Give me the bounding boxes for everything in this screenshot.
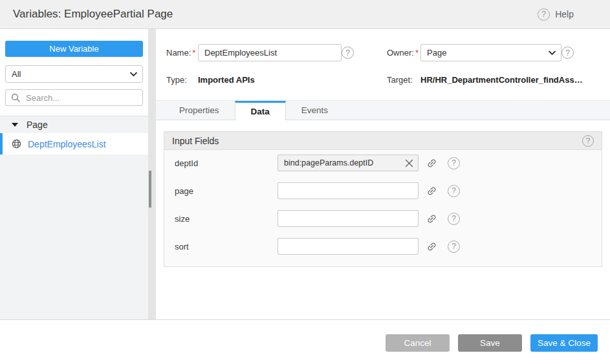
required-marker: * <box>192 48 195 58</box>
bind-link-icon[interactable] <box>426 158 437 169</box>
field-row-page: page ? <box>164 182 602 199</box>
field-help-icon[interactable]: ? <box>448 241 460 253</box>
tab-data[interactable]: Data <box>235 101 286 120</box>
new-variable-button[interactable]: New Variable <box>5 41 143 57</box>
name-label: Name:* <box>166 48 198 58</box>
dialog-footer: Cancel Save Save & Close <box>0 319 610 364</box>
target-value: HR/HR_DepartmentController_findAss… <box>420 75 583 85</box>
bind-link-icon[interactable] <box>426 241 437 252</box>
tab-events[interactable]: Events <box>286 101 343 120</box>
form-row-type-target: Type: Imported APIs Target: HR/HR_Depart… <box>166 75 610 85</box>
field-label: sort <box>175 242 278 252</box>
help-button[interactable]: ? Help <box>538 8 574 21</box>
tab-properties[interactable]: Properties <box>164 101 235 120</box>
editor-tabs: Properties Data Events <box>156 100 610 120</box>
form-row-name-owner: Name:* ? Owner:* Page ? <box>166 44 610 61</box>
deptid-input[interactable] <box>278 158 400 167</box>
search-input[interactable] <box>25 92 137 103</box>
type-value: Imported APIs <box>198 75 255 85</box>
target-label: Target: <box>387 75 420 85</box>
search-icon <box>11 93 20 102</box>
variable-editor: Name:* ? Owner:* Page ? <box>156 29 610 319</box>
tree-item-deptemployeeslist[interactable]: DeptEmployeesList <box>0 133 148 155</box>
field-input-wrap <box>278 155 419 171</box>
input-fields-panel: Input Fields ? deptId <box>164 131 602 267</box>
help-label: Help <box>555 9 574 19</box>
save-and-close-button[interactable]: Save & Close <box>530 334 598 352</box>
name-input[interactable] <box>198 44 342 61</box>
page-input[interactable] <box>278 186 418 195</box>
tree-group-label: Page <box>27 120 48 130</box>
variable-meta-form: Name:* ? Owner:* Page ? <box>156 29 610 85</box>
field-input-wrap <box>278 210 419 227</box>
sort-input[interactable] <box>278 242 418 251</box>
field-input-wrap <box>278 238 419 255</box>
field-help-icon[interactable]: ? <box>448 213 460 225</box>
caret-down-icon <box>12 123 18 127</box>
field-row-size: size ? <box>164 210 602 227</box>
field-help-icon[interactable]: ? <box>448 157 460 169</box>
field-row-sort: sort ? <box>164 238 602 255</box>
size-input[interactable] <box>278 214 418 223</box>
sidebar-controls: New Variable All <box>0 29 148 106</box>
scrollbar-thumb[interactable] <box>149 171 151 208</box>
dialog-header: Variables: EmployeePartial Page ? Help <box>0 0 610 29</box>
globe-icon <box>12 139 21 149</box>
field-label: size <box>175 214 278 224</box>
required-marker: * <box>415 48 419 58</box>
search-box <box>5 89 143 106</box>
tree-item-label: DeptEmployeesList <box>28 139 106 149</box>
variable-filter-select[interactable]: All <box>5 65 143 83</box>
owner-select-wrap: Page <box>420 44 561 61</box>
input-fields-body: deptId ? page <box>164 150 602 266</box>
field-row-deptid: deptId ? <box>164 155 602 171</box>
bind-link-icon[interactable] <box>426 186 437 197</box>
input-fields-title: Input Fields <box>172 136 219 146</box>
variables-sidebar: New Variable All <box>0 29 148 319</box>
owner-label: Owner:* <box>387 48 420 58</box>
bind-link-icon[interactable] <box>426 213 437 224</box>
owner-select[interactable]: Page <box>420 44 561 61</box>
input-fields-header: Input Fields ? <box>164 132 602 150</box>
variables-tree: Page DeptEmployeesList <box>0 116 148 319</box>
cancel-button[interactable]: Cancel <box>386 334 450 352</box>
help-icon: ? <box>538 8 550 21</box>
field-input-wrap <box>278 182 419 199</box>
sidebar-scrollbar[interactable] <box>148 29 156 319</box>
field-label: page <box>175 186 278 196</box>
input-fields-help-icon[interactable]: ? <box>582 135 594 147</box>
name-help-icon[interactable]: ? <box>342 47 354 59</box>
field-label: deptId <box>175 158 278 168</box>
variable-filter-select-wrap: All <box>5 65 143 83</box>
clear-binding-button[interactable] <box>400 155 418 171</box>
save-button[interactable]: Save <box>458 334 522 352</box>
type-label: Type: <box>166 75 198 85</box>
field-help-icon[interactable]: ? <box>448 185 460 197</box>
page-title: Variables: EmployeePartial Page <box>13 8 538 21</box>
owner-help-icon[interactable]: ? <box>561 47 574 59</box>
variables-dialog: Variables: EmployeePartial Page ? Help N… <box>0 0 610 364</box>
tree-group-page[interactable]: Page <box>0 116 148 133</box>
